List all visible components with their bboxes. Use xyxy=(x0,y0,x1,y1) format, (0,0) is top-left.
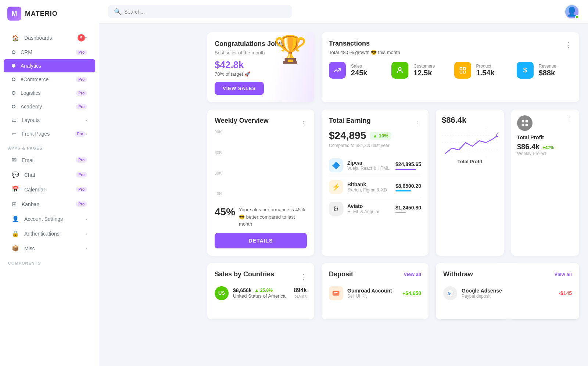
sidebar-nav: 🏠 Dashboards 5 ▾ CRM Pro Analytics eComm… xyxy=(0,27,99,366)
sidebar-label-logistics: Logistics xyxy=(21,90,76,96)
home-icon: 🏠 xyxy=(12,35,19,42)
section-components: COMPONENTS xyxy=(0,256,99,268)
countries-menu[interactable]: ⋮ xyxy=(300,273,307,280)
tx-stat-revenue: $ Revenue $88k xyxy=(517,62,572,79)
topbar-right: 👤 xyxy=(564,4,579,19)
weekly-proj-change: +42% xyxy=(542,145,554,150)
sidebar-item-misc[interactable]: 📦 Misc › xyxy=(4,241,95,255)
sidebar-item-logistics[interactable]: Logistics Pro xyxy=(4,86,95,100)
logo-icon: M xyxy=(7,7,21,21)
sidebar-label-misc: Misc xyxy=(24,245,86,251)
trophy-icon: 🏆 xyxy=(274,36,307,62)
svg-rect-13 xyxy=(522,120,524,122)
deposit-view-all[interactable]: View all xyxy=(404,272,421,277)
search-bar[interactable]: 🔍 xyxy=(108,5,292,18)
tx-stat-customers-info: Customers 12.5k xyxy=(413,64,435,77)
svg-text:G: G xyxy=(448,291,451,295)
weekly-proj-menu[interactable]: ⋮ xyxy=(567,115,573,122)
revenue-icon: $ xyxy=(517,62,534,79)
logistics-badge: Pro xyxy=(76,90,87,96)
sidebar-item-academy[interactable]: Academy Pro xyxy=(4,100,95,113)
misc-icon: 📦 xyxy=(12,245,19,252)
sidebar-label-analytics: Analytics xyxy=(21,63,87,69)
zipcar-sub: Vuejs, React & HTML xyxy=(347,166,390,171)
earning-growth: ▲ 10% xyxy=(370,132,391,140)
sidebar-item-account-settings[interactable]: 👤 Account Settings › xyxy=(4,212,95,226)
customers-label: Customers xyxy=(413,64,435,69)
earning-amount: $24,895 ▲ 10% xyxy=(329,130,421,141)
sidebar-item-crm[interactable]: CRM Pro xyxy=(4,46,95,59)
transactions-menu[interactable]: ⋮ xyxy=(565,42,572,48)
layouts-icon: ▭ xyxy=(12,117,17,123)
sidebar-label-ecommerce: eCommerce xyxy=(21,76,76,82)
sidebar-item-authentications[interactable]: 🔒 Authentications › xyxy=(4,226,95,241)
user-avatar-wrap[interactable]: 👤 xyxy=(564,4,579,19)
dashboards-arrow: ▾ xyxy=(85,36,87,40)
svg-rect-3 xyxy=(460,71,462,73)
us-name: United States of America xyxy=(233,293,286,299)
zipcar-icon: 🔷 xyxy=(329,158,343,172)
svg-rect-4 xyxy=(463,71,465,73)
withdraw-view-all[interactable]: View all xyxy=(555,272,572,277)
gumroad-sub: Sell UI Kit xyxy=(347,294,392,299)
us-info: $8,656k ▲ 25.8% United States of America xyxy=(233,287,286,299)
ecommerce-dot xyxy=(12,78,15,81)
sidebar-item-logistics-pro[interactable]: ▭ Layouts › xyxy=(4,114,95,127)
weekly-performance: 45% Your sales performance is 45% 😎 bett… xyxy=(215,206,307,228)
profit-label: Total Profit xyxy=(458,159,483,164)
tx-stat-product-info: Product 1.54k xyxy=(476,64,495,77)
sales-value: 245k xyxy=(351,69,368,77)
us-right: 894k Sales xyxy=(294,287,307,299)
earn-item-zipcar: 🔷 Zipcar Vuejs, React & HTML $24,895.65 xyxy=(329,155,421,176)
tx-stat-product: Product 1.54k xyxy=(454,62,509,79)
total-profit-card: $86.4k Total Profit xyxy=(436,110,504,256)
y-label-30k: 30K xyxy=(215,171,222,175)
view-sales-button[interactable]: VIEW SALES xyxy=(215,82,264,95)
sidebar-label-calendar: Calendar xyxy=(24,187,76,193)
aviato-value: $1,2450.80 xyxy=(395,205,421,211)
chat-icon: 💬 xyxy=(12,171,19,178)
bitbank-value: $8,6500.20 xyxy=(395,183,421,189)
tx-stat-sales: Sales 245k xyxy=(329,62,384,79)
weekly-proj-icon xyxy=(517,115,533,131)
calendar-badge: Pro xyxy=(76,187,87,192)
front-pages-badge: Pro xyxy=(75,131,86,137)
transactions-card: Transactions ⋮ Total 48.5% growth 😎 this… xyxy=(322,32,579,102)
us-flag: US xyxy=(215,286,229,300)
earning-menu[interactable]: ⋮ xyxy=(415,120,421,127)
sales-label: Sales xyxy=(351,64,368,69)
logo: M MATERIO xyxy=(0,0,99,27)
search-input[interactable] xyxy=(124,9,286,15)
y-label-60k: 60K xyxy=(215,150,222,155)
country-item-us: US $8,656k ▲ 25.8% United States of Amer… xyxy=(215,283,307,303)
sidebar-item-front-pages[interactable]: ▭ Front Pages Pro › xyxy=(4,127,95,140)
product-icon xyxy=(454,62,471,79)
weekly-menu[interactable]: ⋮ xyxy=(300,120,307,127)
transactions-title: Transactions xyxy=(329,40,370,47)
sidebar-item-analytics[interactable]: Analytics xyxy=(4,59,95,72)
sidebar-item-calendar[interactable]: 📅 Calendar Pro xyxy=(4,182,95,197)
details-button[interactable]: DETAILS xyxy=(215,233,307,248)
sidebar-label-front-pages: Front Pages xyxy=(22,131,75,137)
sidebar-item-dashboards[interactable]: 🏠 Dashboards 5 ▾ xyxy=(4,30,95,45)
sidebar-item-ecommerce[interactable]: eCommerce Pro xyxy=(4,73,95,86)
svg-rect-1 xyxy=(460,68,462,70)
bitbank-right: $8,6500.20 xyxy=(395,183,421,191)
bitbank-bar xyxy=(395,190,411,191)
crm-badge: Pro xyxy=(76,50,87,55)
withdraw-header: Withdraw View all xyxy=(443,270,572,278)
dashboards-badge: 5 xyxy=(78,34,85,42)
sidebar-item-chat[interactable]: 💬 Chat Pro xyxy=(4,168,95,182)
crm-dot xyxy=(12,50,15,54)
sidebar-item-kanban[interactable]: ⊞ Kanban Pro xyxy=(4,197,95,211)
sidebar-item-email[interactable]: ✉ Email Pro xyxy=(4,153,95,167)
auth-icon: 🔒 xyxy=(12,230,19,237)
us-amount: $8,656k xyxy=(233,287,252,293)
sidebar-label-layouts: Layouts xyxy=(22,117,86,123)
deposit-card: Deposit View all Gumroad Account Sell UI… xyxy=(322,263,429,319)
bitbank-name: Bitbank xyxy=(347,182,387,187)
weekly-title: Weekly Overview xyxy=(215,117,269,125)
misc-arrow: › xyxy=(86,246,87,251)
sidebar-label-crm: CRM xyxy=(21,49,76,55)
customers-value: 12.5k xyxy=(413,69,435,77)
